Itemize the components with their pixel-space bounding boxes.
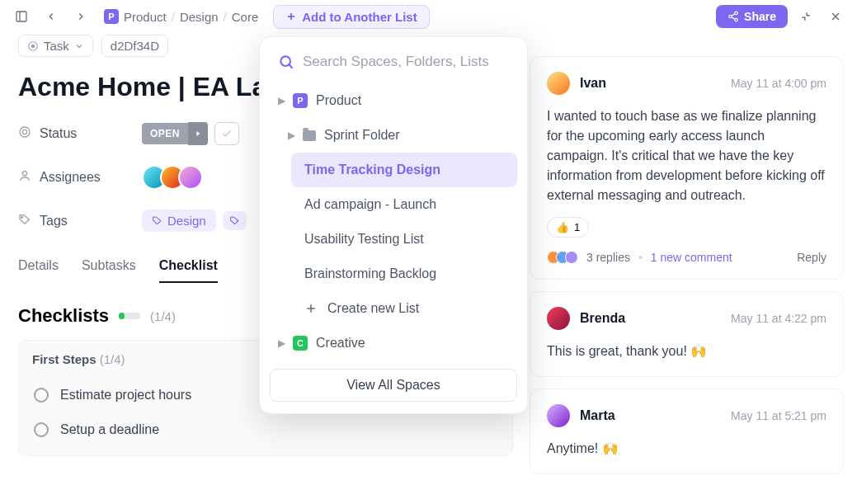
comment-timestamp: May 11 at 4:00 pm bbox=[731, 77, 826, 90]
avatar[interactable] bbox=[547, 404, 570, 427]
replies-count[interactable]: 3 replies bbox=[586, 251, 630, 264]
svg-point-14 bbox=[22, 130, 26, 134]
checklist-radio[interactable] bbox=[34, 422, 49, 437]
comment-body: This is great, thank you! 🙌 bbox=[547, 341, 826, 361]
svg-marker-15 bbox=[196, 131, 200, 136]
breadcrumb-list[interactable]: Core bbox=[232, 10, 259, 24]
top-bar: P Product / Design / Core Add to Another… bbox=[0, 0, 857, 33]
reply-button[interactable]: Reply bbox=[797, 251, 826, 264]
share-label: Share bbox=[744, 10, 776, 23]
checklist-item[interactable]: Setup a deadline bbox=[19, 412, 512, 447]
task-id: d2Df34D bbox=[111, 39, 159, 53]
collapse-icon[interactable] bbox=[794, 5, 817, 28]
share-button[interactable]: Share bbox=[716, 5, 788, 28]
svg-line-8 bbox=[732, 17, 735, 19]
breadcrumb[interactable]: P Product / Design / Core bbox=[104, 9, 258, 24]
new-comment-indicator[interactable]: 1 new comment bbox=[651, 251, 732, 264]
nav-forward-button[interactable] bbox=[69, 5, 92, 28]
progress-text: (1/4) bbox=[150, 309, 176, 323]
comment-body: Anytime! 🙌 bbox=[547, 439, 826, 459]
tab-subtasks[interactable]: Subtasks bbox=[82, 258, 136, 283]
checklist-group-progress: (1/4) bbox=[100, 352, 125, 366]
comment-author[interactable]: Marta bbox=[580, 408, 615, 423]
breadcrumb-folder[interactable]: Design bbox=[180, 10, 219, 24]
checklists-heading: Checklists bbox=[18, 305, 109, 327]
tree-folder-sprint[interactable]: ▶ Sprint Folder bbox=[280, 118, 517, 153]
task-id-pill[interactable]: d2Df34D bbox=[101, 35, 168, 57]
avatar[interactable] bbox=[547, 307, 570, 330]
reaction-count: 1 bbox=[574, 221, 580, 233]
caret-icon: ▶ bbox=[288, 130, 294, 141]
nav-back-button[interactable] bbox=[40, 5, 63, 28]
space-badge: P bbox=[293, 93, 308, 108]
tags-icon bbox=[18, 213, 31, 229]
comment-timestamp: May 11 at 5:21 pm bbox=[731, 409, 826, 422]
comment-author[interactable]: Brenda bbox=[580, 311, 625, 326]
tab-checklist[interactable]: Checklist bbox=[159, 258, 218, 283]
progress-bar bbox=[119, 313, 140, 319]
close-icon[interactable] bbox=[824, 5, 847, 28]
checklist-radio[interactable] bbox=[34, 388, 49, 403]
folder-icon bbox=[303, 130, 316, 141]
comment-author[interactable]: Ivan bbox=[580, 76, 606, 91]
list-item[interactable]: Time Tracking Design bbox=[291, 153, 517, 187]
create-list-button[interactable]: Create new List bbox=[291, 291, 517, 326]
comment-body: I wanted to touch base as we finalize pl… bbox=[547, 106, 826, 205]
complete-checkbox[interactable] bbox=[214, 122, 239, 145]
separator: • bbox=[638, 251, 643, 264]
tag-chip[interactable] bbox=[223, 211, 247, 230]
breadcrumb-space[interactable]: Product bbox=[124, 10, 167, 24]
svg-point-6 bbox=[735, 18, 738, 21]
assignees-label: Assignees bbox=[40, 170, 101, 185]
svg-point-16 bbox=[22, 172, 26, 176]
panel-toggle-icon[interactable] bbox=[10, 5, 33, 28]
avatar[interactable] bbox=[547, 72, 570, 95]
tree-space-creative[interactable]: ▶ C Creative bbox=[270, 326, 517, 360]
svg-point-4 bbox=[735, 12, 738, 14]
avatar[interactable] bbox=[178, 165, 203, 190]
tag-label: Design bbox=[167, 214, 206, 228]
checklist-group-name: First Steps bbox=[32, 352, 97, 366]
tree-space-label: Product bbox=[316, 93, 361, 108]
task-type-label: Task bbox=[44, 39, 69, 53]
comment-timestamp: May 11 at 4:22 pm bbox=[731, 312, 826, 325]
status-icon bbox=[18, 125, 31, 142]
comment-card: Brenda May 11 at 4:22 pm This is great, … bbox=[530, 291, 844, 377]
list-item[interactable]: Ad campaign - Launch bbox=[291, 187, 517, 222]
search-icon bbox=[278, 54, 294, 70]
tab-details[interactable]: Details bbox=[18, 258, 59, 283]
reply-avatars bbox=[547, 251, 578, 264]
assignees-icon bbox=[18, 169, 31, 186]
tree-folder-label: Sprint Folder bbox=[324, 128, 400, 143]
caret-icon: ▶ bbox=[278, 337, 285, 349]
breadcrumb-separator: / bbox=[224, 10, 227, 24]
list-item[interactable]: Usability Testing List bbox=[291, 222, 517, 257]
svg-point-17 bbox=[21, 216, 23, 218]
status-label: Status bbox=[40, 126, 77, 141]
assignee-avatars[interactable] bbox=[142, 165, 203, 190]
space-picker-popover: ▶ P Product ▶ Sprint Folder Time Trackin… bbox=[259, 36, 528, 414]
tree-space-product[interactable]: ▶ P Product bbox=[270, 83, 517, 118]
comment-card: Ivan May 11 at 4:00 pm I wanted to touch… bbox=[530, 56, 844, 280]
tag-chip[interactable]: Design bbox=[142, 210, 216, 232]
add-to-list-label: Add to Another List bbox=[302, 10, 417, 24]
svg-rect-0 bbox=[16, 12, 26, 21]
checklist-item-label: Estimate project hours bbox=[60, 388, 191, 403]
svg-point-13 bbox=[20, 127, 30, 137]
svg-point-18 bbox=[280, 56, 290, 66]
svg-line-19 bbox=[289, 64, 292, 68]
list-item[interactable]: Brainstorming Backlog bbox=[291, 257, 517, 291]
status-next-button[interactable] bbox=[188, 122, 208, 145]
tags-label: Tags bbox=[40, 214, 68, 228]
view-all-spaces-button[interactable]: View All Spaces bbox=[270, 369, 517, 402]
status-value[interactable]: OPEN bbox=[142, 123, 188, 144]
add-to-list-button[interactable]: Add to Another List bbox=[273, 5, 429, 29]
reaction-chip[interactable]: 👍 1 bbox=[547, 217, 589, 238]
reaction-emoji: 👍 bbox=[556, 221, 569, 233]
tree-space-label: Creative bbox=[316, 336, 365, 351]
svg-line-7 bbox=[732, 14, 735, 16]
search-input[interactable] bbox=[303, 54, 509, 70]
svg-point-5 bbox=[729, 15, 732, 18]
plus-icon bbox=[304, 302, 318, 315]
task-type-pill[interactable]: Task bbox=[18, 35, 93, 57]
